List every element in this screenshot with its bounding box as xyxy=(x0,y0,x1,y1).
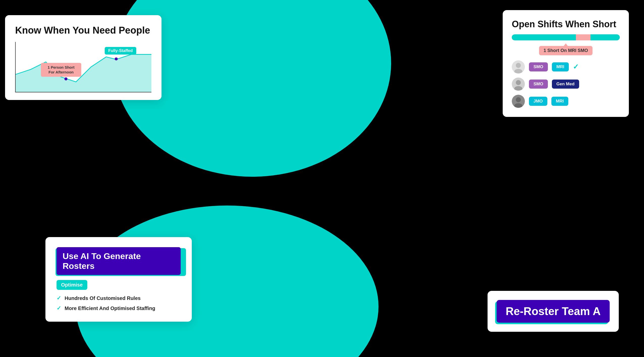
progress-segment-right xyxy=(591,34,620,40)
card-know-when: Know When You Need People Fully-Staffed … xyxy=(5,15,162,100)
staffing-chart: Fully-Staffed 1 Person Short For Afterno… xyxy=(15,42,151,92)
card-shifts-title: Open Shifts When Short xyxy=(512,19,620,29)
check-icon-1: ✓ xyxy=(573,63,579,71)
card-reroster: Re-Roster Team A xyxy=(488,291,619,332)
staff-row-3: JMO MRI xyxy=(512,95,620,108)
tag-genmed-2: Gen Med xyxy=(552,80,579,89)
svg-point-2 xyxy=(115,57,118,60)
feature-item-1: ✓ Hundreds Of Customised Rules xyxy=(57,295,181,301)
svg-marker-0 xyxy=(16,54,151,92)
check-icon-feature-1: ✓ xyxy=(57,295,61,301)
tag-mri-3: MRI xyxy=(551,97,568,106)
shifts-progress-bar xyxy=(512,34,620,40)
reroster-wrapper: Re-Roster Team A xyxy=(497,300,610,323)
avatar-3 xyxy=(512,95,525,108)
card-open-shifts: Open Shifts When Short 1 Short On MRI SM… xyxy=(503,10,629,117)
feature-list: ✓ Hundreds Of Customised Rules ✓ More Ef… xyxy=(57,295,181,312)
ai-title: Use AI To Generate Rosters xyxy=(57,247,181,275)
staff-list: SMO MRI ✓ SMO Gen Med xyxy=(512,60,620,108)
staff-row-2: SMO Gen Med xyxy=(512,78,620,91)
svg-point-10 xyxy=(516,97,521,102)
tag-smo-2: SMO xyxy=(529,80,548,89)
optimise-badge: Optimise xyxy=(57,280,87,290)
avatar-2 xyxy=(512,78,525,91)
progress-segment-left xyxy=(512,34,576,40)
svg-point-1 xyxy=(64,77,67,80)
tag-smo-1: SMO xyxy=(529,62,548,71)
ai-title-wrapper: Use AI To Generate Rosters xyxy=(57,247,181,275)
reroster-title: Re-Roster Team A xyxy=(497,300,610,323)
check-icon-feature-2: ✓ xyxy=(57,305,61,312)
feature-label-2: More Efficient And Optimised Staffing xyxy=(65,305,155,311)
card-ai-rosters: Use AI To Generate Rosters Optimise ✓ Hu… xyxy=(45,237,192,322)
feature-label-1: Hundreds Of Customised Rules xyxy=(65,295,141,301)
staff-row-1: SMO MRI ✓ xyxy=(512,60,620,73)
progress-segment-pink xyxy=(576,34,591,40)
tag-jmo-3: JMO xyxy=(529,97,547,106)
tag-mri-1: MRI xyxy=(552,62,569,71)
svg-point-7 xyxy=(516,80,521,85)
short-on-mri-badge: 1 Short On MRI SMO xyxy=(539,46,593,55)
card-know-title: Know When You Need People xyxy=(15,25,151,36)
feature-item-2: ✓ More Efficient And Optimised Staffing xyxy=(57,305,181,312)
tooltip-fully-staffed: Fully-Staffed xyxy=(105,47,136,55)
tooltip-short: 1 Person Short For Afternoon xyxy=(41,63,81,77)
avatar-1 xyxy=(512,60,525,73)
